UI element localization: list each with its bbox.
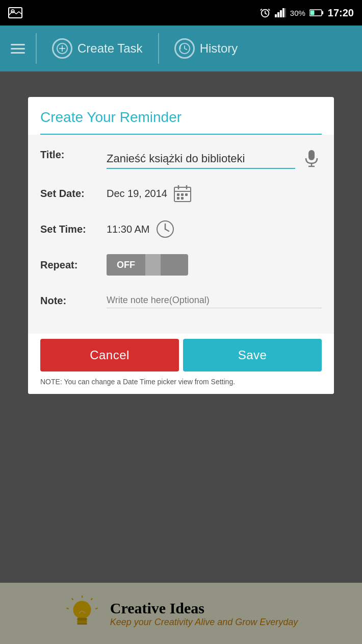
signal-icon <box>275 8 286 17</box>
title-row: Title: <box>40 145 322 170</box>
battery-percent: 30% <box>290 9 305 17</box>
time-row: Set Time: 11:30 AM <box>40 216 322 242</box>
title-input[interactable] <box>107 150 295 169</box>
create-task-label: Create Task <box>77 41 143 56</box>
repeat-label: Repeat: <box>40 259 107 271</box>
nav-divider-2 <box>158 33 159 64</box>
svg-line-6 <box>268 9 270 11</box>
microphone-icon <box>304 150 319 168</box>
svg-rect-30 <box>181 197 184 200</box>
reminder-dialog: Create Your Reminder Title: <box>28 97 334 394</box>
svg-rect-19 <box>308 150 315 160</box>
date-text: Dec 19, 2014 <box>107 188 167 200</box>
clock-history-icon <box>179 43 190 54</box>
svg-rect-29 <box>177 197 179 200</box>
svg-rect-10 <box>282 8 285 17</box>
menu-button[interactable] <box>5 26 31 71</box>
svg-line-33 <box>165 229 169 231</box>
status-time: 17:20 <box>328 7 354 19</box>
date-row: Set Date: Dec 19, 2014 <box>40 181 322 206</box>
history-button[interactable]: History <box>164 26 248 71</box>
history-icon <box>174 38 195 59</box>
note-input[interactable] <box>107 293 322 308</box>
history-label: History <box>200 41 238 56</box>
svg-rect-26 <box>177 193 179 196</box>
toggle-slider <box>145 254 161 276</box>
plus-circle-icon <box>57 43 68 54</box>
svg-line-4 <box>265 13 267 14</box>
status-bar: 30% 17:20 <box>0 0 362 26</box>
time-text: 11:30 AM <box>107 224 150 235</box>
date-value[interactable]: Dec 19, 2014 <box>107 184 322 203</box>
svg-rect-13 <box>322 11 323 14</box>
mic-button[interactable] <box>301 149 322 169</box>
clock-icon[interactable] <box>156 220 174 238</box>
dialog-footer-note: NOTE: You can change a Date Time picker … <box>28 371 334 394</box>
svg-rect-27 <box>181 193 184 196</box>
time-value[interactable]: 11:30 AM <box>107 220 322 238</box>
create-task-icon <box>52 38 72 59</box>
svg-rect-9 <box>280 10 282 17</box>
bg-content: Create Your Reminder Title: <box>0 71 362 644</box>
note-label: Note: <box>40 295 107 307</box>
svg-rect-14 <box>310 11 314 15</box>
date-label: Set Date: <box>40 188 107 200</box>
photo-icon <box>8 7 22 18</box>
create-task-button[interactable]: Create Task <box>42 26 153 71</box>
svg-line-5 <box>261 9 262 11</box>
svg-rect-7 <box>275 14 277 17</box>
svg-rect-8 <box>277 12 279 17</box>
calendar-icon[interactable] <box>173 184 192 203</box>
dialog-buttons: Cancel Save <box>28 339 334 371</box>
repeat-toggle[interactable]: OFF <box>107 254 188 276</box>
time-label: Set Time: <box>40 224 107 235</box>
svg-rect-28 <box>185 193 188 196</box>
title-input-wrap <box>107 149 322 169</box>
cancel-button[interactable]: Cancel <box>40 339 179 371</box>
dialog-body: Title: Set Date: <box>28 135 334 334</box>
svg-rect-11 <box>285 8 286 17</box>
repeat-row: Repeat: OFF <box>40 252 322 278</box>
title-label: Title: <box>40 149 107 161</box>
toggle-off-label[interactable]: OFF <box>107 254 145 276</box>
battery-icon <box>309 9 324 17</box>
nav-bar: Create Task History <box>0 26 362 71</box>
alarm-icon <box>260 7 271 18</box>
status-bar-right: 30% 17:20 <box>260 7 354 19</box>
hamburger-icon <box>11 44 25 54</box>
save-button[interactable]: Save <box>183 339 322 371</box>
note-row: Note: <box>40 288 322 313</box>
status-bar-left <box>8 7 22 18</box>
nav-divider <box>36 33 37 64</box>
dialog-title: Create Your Reminder <box>28 97 334 134</box>
